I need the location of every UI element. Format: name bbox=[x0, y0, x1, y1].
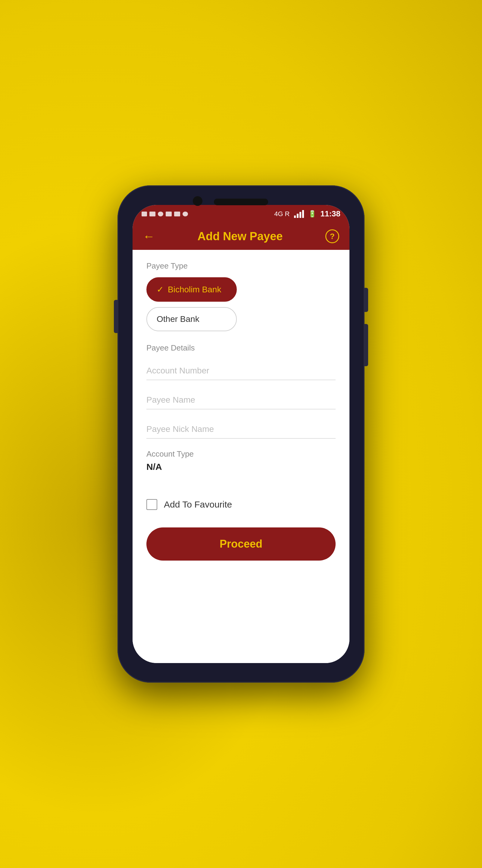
other-bank-button[interactable]: Other Bank bbox=[147, 307, 237, 331]
favourite-checkbox[interactable] bbox=[147, 499, 157, 510]
main-content: Payee Type ✓ Bicholim Bank Other Bank Pa… bbox=[133, 250, 349, 663]
network-label: 4G R bbox=[274, 210, 289, 218]
payee-nick-name-input[interactable] bbox=[147, 420, 335, 438]
account-type-value: N/A bbox=[147, 462, 335, 472]
status-icon-6 bbox=[183, 212, 188, 216]
payee-type-label: Payee Type bbox=[147, 261, 335, 271]
other-bank-label: Other Bank bbox=[157, 314, 199, 324]
payee-type-buttons: ✓ Bicholim Bank Other Bank bbox=[147, 277, 335, 331]
spacer bbox=[147, 481, 335, 499]
bar1 bbox=[294, 216, 296, 218]
status-left-icons bbox=[141, 212, 188, 216]
bicholim-bank-button[interactable]: ✓ Bicholim Bank bbox=[147, 277, 237, 302]
bar2 bbox=[297, 214, 298, 218]
favourite-row: Add To Favourite bbox=[147, 499, 335, 510]
status-icon-1 bbox=[141, 212, 147, 216]
page-title: Add New Payee bbox=[198, 230, 283, 243]
signal-bars bbox=[294, 210, 304, 218]
status-icon-2 bbox=[150, 212, 155, 216]
app-header: ← Add New Payee ? bbox=[133, 223, 349, 250]
battery-icon: 🔋 bbox=[308, 210, 316, 218]
check-icon: ✓ bbox=[157, 284, 164, 294]
phone-camera bbox=[193, 196, 202, 206]
phone-button-right-2 bbox=[364, 324, 368, 366]
account-type-section: Account Type N/A bbox=[147, 450, 335, 472]
bar3 bbox=[299, 212, 301, 218]
bicholim-bank-label: Bicholim Bank bbox=[168, 285, 221, 294]
back-button[interactable]: ← bbox=[143, 230, 155, 243]
time-display: 11:38 bbox=[321, 209, 341, 218]
bar4 bbox=[302, 210, 304, 218]
status-icon-3 bbox=[158, 212, 163, 216]
proceed-button[interactable]: Proceed bbox=[147, 527, 335, 561]
payee-name-input[interactable] bbox=[147, 391, 335, 409]
status-right: 4G R 🔋 11:38 bbox=[274, 209, 341, 218]
account-number-input[interactable] bbox=[147, 362, 335, 380]
help-button[interactable]: ? bbox=[325, 229, 339, 243]
account-type-label: Account Type bbox=[147, 450, 335, 459]
phone-device: 4G R 🔋 11:38 ← Add New Payee ? Payee Typ… bbox=[118, 185, 364, 683]
phone-button-left bbox=[114, 300, 118, 333]
status-bar: 4G R 🔋 11:38 bbox=[133, 205, 349, 223]
status-icon-4 bbox=[166, 212, 172, 216]
payee-details-label: Payee Details bbox=[147, 343, 335, 352]
phone-button-right-1 bbox=[364, 288, 368, 312]
phone-screen: 4G R 🔋 11:38 ← Add New Payee ? Payee Typ… bbox=[133, 205, 349, 663]
status-icon-5 bbox=[174, 212, 180, 216]
phone-speaker bbox=[214, 198, 268, 205]
favourite-label: Add To Favourite bbox=[164, 499, 232, 510]
